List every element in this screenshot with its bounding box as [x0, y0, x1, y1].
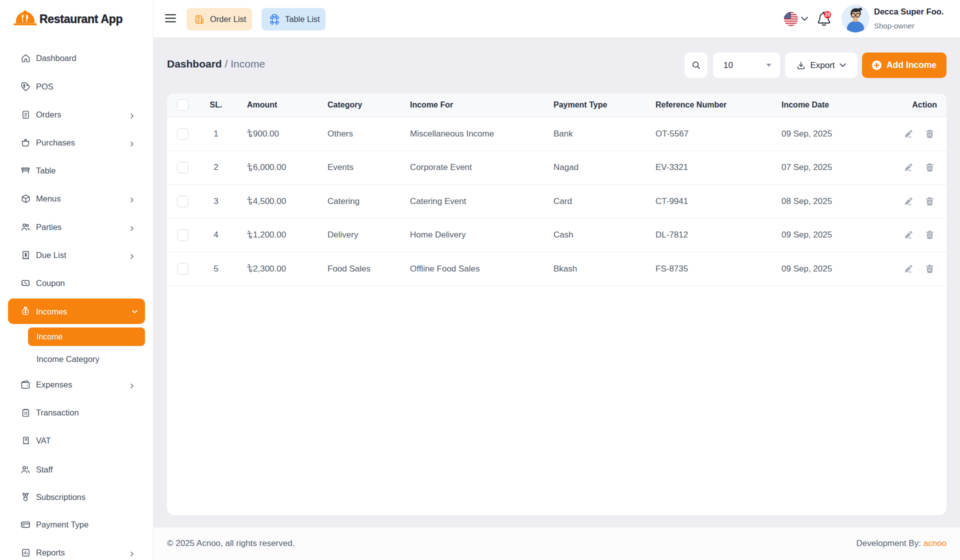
svg-text:20: 20 [824, 12, 830, 18]
svg-text:$: $ [198, 16, 200, 20]
